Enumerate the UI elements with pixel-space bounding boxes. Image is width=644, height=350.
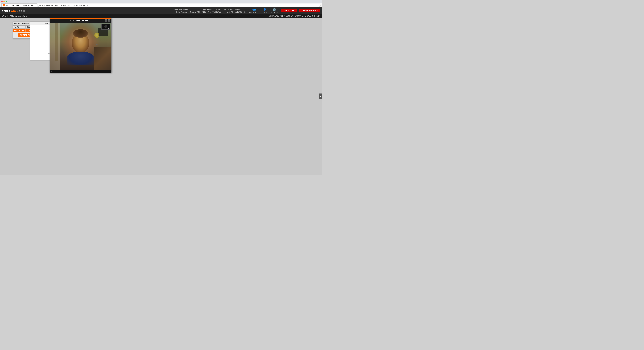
- browser-chrome: [0, 0, 322, 3]
- event-name: Writing Tutorial: [15, 15, 27, 17]
- nav-dial-info: Dial UK: +44 (0) 1295 235 123 Dial US: +…: [224, 8, 246, 13]
- lamp-object: [94, 33, 100, 46]
- nav-settings[interactable]: ⚙️ SETTINGS: [270, 8, 278, 14]
- expand-icon[interactable]: ⤢: [51, 19, 53, 22]
- app-logo: WorkCast Studio: [2, 9, 26, 13]
- tab-title: WorkCast Studio - Google Chrome: [6, 4, 35, 6]
- main-content: PRESENTER ONLY CHAT _ × NAME ROLE CHAT T…: [0, 18, 322, 175]
- pip-video: me ★: [102, 23, 110, 30]
- nav-user-info: Name: Tyler Webb Role: Producer: [174, 8, 188, 13]
- pip-star[interactable]: ★: [108, 24, 110, 26]
- main-video: [50, 22, 111, 70]
- nav-event-info: Event Session ID: 143218 Session PIN: 14…: [190, 8, 221, 13]
- event-bar: EVENT NAME: Writing Tutorial MON MAY 23 …: [0, 14, 322, 18]
- browser-tab[interactable]: WorkCast Studio - Google Chrome: [1, 3, 37, 7]
- conn-dot: [51, 71, 52, 72]
- connections-minimize-btn[interactable]: _: [105, 19, 107, 22]
- connection-indicator: [51, 71, 52, 72]
- logo-work: Work: [2, 9, 10, 13]
- video-container: me ★: [50, 22, 111, 70]
- browser-close-btn[interactable]: [1, 1, 3, 2]
- app-header: WorkCast Studio Name: Tyler Webb Role: P…: [0, 7, 322, 14]
- video-bottom-bar: [50, 70, 111, 73]
- connections-panel: ⤢ MY CONNECTIONS _ ×: [50, 18, 112, 73]
- connections-title: MY CONNECTIONS: [53, 19, 105, 22]
- header-right: Name: Tyler Webb Role: Producer Event Se…: [174, 8, 320, 14]
- nav-learn[interactable]: 👤 LEARN: [262, 8, 267, 14]
- nav-attendees[interactable]: 👥 ATTENDEES: [249, 8, 259, 14]
- event-datetime: MON MAY 23 2022 00:00:00 GMT-0700 (PACIF…: [269, 15, 320, 17]
- connections-header: ⤢ MY CONNECTIONS _ ×: [50, 18, 111, 22]
- logo-studio: Studio: [19, 9, 26, 12]
- col-name-header: NAME: [13, 25, 26, 28]
- right-collapse-arrow[interactable]: ◀: [319, 94, 322, 99]
- settings-icon: ⚙️: [272, 8, 276, 12]
- browser-min-btn[interactable]: [3, 1, 5, 2]
- row-name: Tyler Webb: [13, 29, 26, 32]
- connections-close-btn[interactable]: ×: [108, 19, 110, 22]
- attendees-icon: 👥: [252, 8, 256, 12]
- stop-broadcast-button[interactable]: STOP BROADCAST: [299, 9, 320, 12]
- pip-label: me: [108, 28, 110, 29]
- learn-icon: 👤: [263, 8, 266, 12]
- connections-win-controls: _ ×: [105, 19, 110, 22]
- collapse-arrow-icon: ◀: [319, 95, 321, 98]
- event-name-label: EVENT NAME: Writing Tutorial: [2, 15, 28, 17]
- force-stop-button[interactable]: FORCE STOP: [281, 9, 296, 12]
- browser-toolbar: WorkCast Studio - Google Chrome present.…: [0, 3, 322, 7]
- tab-favicon: [3, 4, 5, 6]
- browser-max-btn[interactable]: [6, 1, 8, 2]
- logo-cast: Cast: [11, 9, 18, 13]
- browser-url-bar[interactable]: present.workcast.com/PresenterConsole.as…: [38, 4, 321, 7]
